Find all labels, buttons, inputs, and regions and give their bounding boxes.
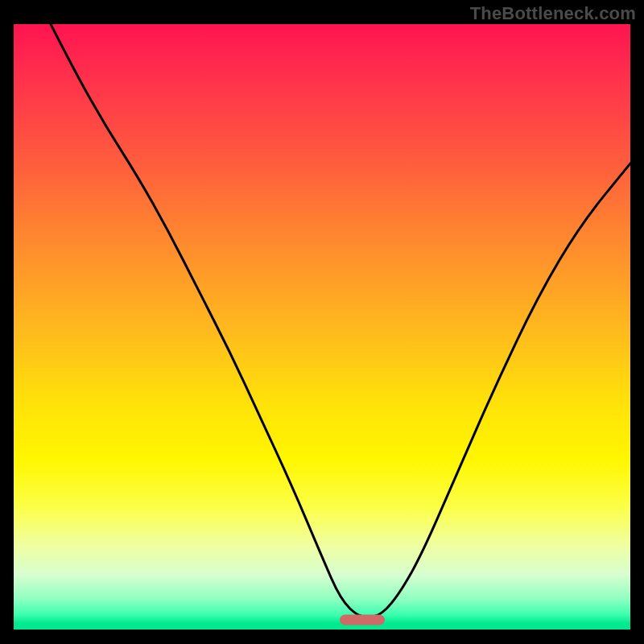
chart-frame: TheBottleneck.com xyxy=(0,0,644,644)
optimal-marker xyxy=(340,614,385,625)
curve-svg xyxy=(14,24,630,630)
watermark-text: TheBottleneck.com xyxy=(470,3,636,24)
bottleneck-curve xyxy=(51,24,630,617)
plot-area xyxy=(14,24,630,630)
